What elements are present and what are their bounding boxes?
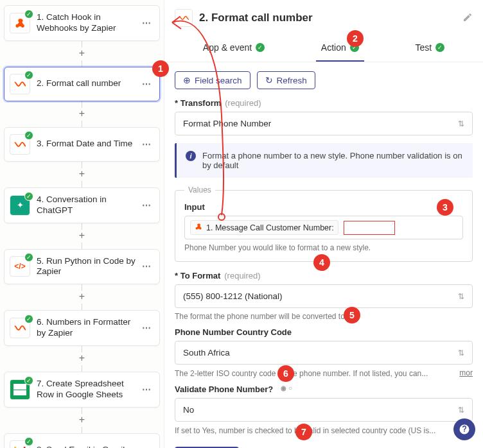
- to-format-hint: The format the phone number will be conv…: [175, 312, 473, 321]
- tab-label: Test: [415, 42, 432, 53]
- validate-select[interactable]: No ⇅: [175, 398, 473, 422]
- chevron-updown-icon: ⇅: [458, 406, 464, 415]
- step-1-catch-hook[interactable]: ✓ 1. Catch Hook in Webhooks by Zapier ⋯: [4, 5, 160, 41]
- input-label: Input: [184, 202, 463, 212]
- formatter-icon: [177, 12, 190, 24]
- formatter-icon: [13, 322, 26, 334]
- country-hint: The 2-letter ISO country code of the pho…: [175, 369, 428, 378]
- add-step-button[interactable]: +: [76, 230, 89, 243]
- values-legend: Values: [184, 185, 215, 194]
- formatter-icon: [13, 78, 26, 90]
- tab-test[interactable]: Test ✓: [410, 39, 450, 62]
- step-8-gmail[interactable]: ✓ 8. Send Email in Gmail ⋯: [4, 433, 160, 448]
- add-step-button[interactable]: +: [76, 291, 89, 304]
- rename-button[interactable]: [462, 12, 473, 24]
- step-icon-formatter: ✓: [10, 74, 30, 94]
- check-icon: ✓: [24, 71, 33, 80]
- button-label: Refresh: [277, 76, 307, 85]
- step-menu-button[interactable]: ⋯: [139, 382, 154, 397]
- step-4-chatgpt[interactable]: ✦ ✓ 4. Conversation in ChatGPT ⋯: [4, 187, 160, 223]
- annotation-badge-3: 3: [437, 199, 453, 216]
- select-value: (555) 800-1212 (National): [183, 291, 283, 301]
- step-menu-button[interactable]: ⋯: [139, 198, 154, 213]
- step-icon-sheets: ✓: [10, 379, 30, 400]
- check-icon: ✓: [24, 437, 33, 446]
- check-icon: ✓: [24, 314, 33, 323]
- annotation-badge-5: 5: [344, 307, 360, 323]
- step-menu-button[interactable]: ⋯: [139, 15, 154, 31]
- select-value: Format Phone Number: [183, 119, 271, 128]
- code-icon: </>: [13, 260, 26, 273]
- step-icon-code: </> ✓: [10, 256, 30, 277]
- annotation-badge-1: 1: [152, 60, 169, 77]
- annotation-input-highlight: [344, 221, 395, 235]
- workflow-steps-sidebar: ✓ 1. Catch Hook in Webhooks by Zapier ⋯ …: [0, 0, 164, 448]
- to-format-select[interactable]: (555) 800-1212 (National) ⇅: [175, 284, 473, 308]
- validate-radio-group[interactable]: ◉ ○: [281, 384, 292, 394]
- check-icon: ✓: [24, 192, 33, 201]
- check-icon: ✓: [24, 10, 33, 19]
- step-5-run-python[interactable]: </> ✓ 5. Run Python in Code by Zapier ⋯: [4, 249, 160, 285]
- tab-label: Action: [321, 42, 346, 53]
- check-icon: ✓: [24, 376, 33, 385]
- step-label: 6. Numbers in Formatter by Zapier: [37, 317, 139, 339]
- step-7-google-sheets[interactable]: ✓ 7. Create Spreadsheet Row in Google Sh…: [4, 372, 160, 408]
- input-token[interactable]: 1. Message Call Customer Number:: [190, 220, 338, 235]
- help-fab-button[interactable]: [453, 418, 475, 440]
- add-step-button[interactable]: +: [76, 47, 89, 60]
- values-fieldset: Values Input 1. Message Call Customer Nu…: [175, 185, 473, 262]
- step-menu-button[interactable]: ⋯: [139, 137, 154, 152]
- annotation-badge-6: 6: [277, 365, 294, 382]
- annotation-badge-2: 2: [347, 30, 364, 47]
- tab-app-event[interactable]: App & event ✓: [198, 39, 270, 62]
- more-link[interactable]: mor: [459, 368, 473, 377]
- refresh-icon: ↻: [265, 75, 273, 85]
- info-icon: i: [186, 151, 196, 161]
- check-icon: ✓: [24, 131, 33, 140]
- refresh-button[interactable]: ↻ Refresh: [257, 71, 315, 89]
- formatter-icon: [13, 138, 26, 151]
- step-menu-button[interactable]: ⋯: [139, 443, 154, 448]
- step-icon-formatter: ✓: [10, 318, 30, 338]
- step-3-format-date-time[interactable]: ✓ 3. Format Date and Time ⋯: [4, 127, 160, 162]
- country-code-label: Phone Number Country Code: [175, 327, 473, 337]
- chevron-updown-icon: ⇅: [458, 292, 464, 301]
- token-label: 1. Message Call Customer Number:: [206, 223, 334, 232]
- step-icon-gmail: ✓: [10, 440, 30, 448]
- select-value: South Africa: [183, 348, 230, 358]
- check-icon: ✓: [256, 43, 265, 52]
- country-code-select[interactable]: South Africa ⇅: [175, 341, 473, 365]
- input-field[interactable]: 1. Message Call Customer Number:: [184, 216, 463, 239]
- check-icon: ✓: [435, 43, 444, 52]
- input-hint: Phone Number you would like to format to…: [184, 243, 463, 252]
- step-label: 5. Run Python in Code by Zapier: [37, 256, 139, 278]
- step-menu-button[interactable]: ⋯: [139, 76, 154, 92]
- step-6-numbers-formatter[interactable]: ✓ 6. Numbers in Formatter by Zapier ⋯: [4, 310, 160, 346]
- step-label: 4. Conversation in ChatGPT: [37, 194, 139, 216]
- add-step-button[interactable]: +: [76, 108, 89, 121]
- add-step-button[interactable]: +: [76, 352, 89, 365]
- step-icon-formatter: ✓: [10, 134, 30, 155]
- step-2-format-call-number[interactable]: ✓ 2. Format call number ⋯: [4, 67, 160, 101]
- add-step-button[interactable]: +: [76, 168, 89, 181]
- step-label: 2. Format call number: [37, 78, 139, 89]
- validate-label: Validate Phone Number? ◉ ○: [175, 384, 473, 394]
- step-menu-button[interactable]: ⋯: [139, 320, 154, 336]
- add-step-button[interactable]: +: [76, 414, 89, 427]
- tab-label: App & event: [203, 42, 252, 53]
- step-menu-button[interactable]: ⋯: [139, 259, 154, 274]
- chevron-updown-icon: ⇅: [458, 119, 464, 128]
- step-label: 3. Format Date and Time: [37, 139, 139, 150]
- step-icon-webhooks: ✓: [10, 13, 30, 33]
- webhook-icon: [13, 17, 26, 30]
- select-value: No: [183, 405, 194, 415]
- transform-label: Transform (required): [175, 98, 473, 108]
- to-format-label: To Format (required): [175, 271, 473, 280]
- transform-select[interactable]: Format Phone Number ⇅: [175, 112, 473, 135]
- button-label: Field search: [195, 76, 242, 85]
- annotation-badge-4: 4: [313, 254, 330, 271]
- target-icon: ⊕: [183, 75, 191, 85]
- field-search-button[interactable]: ⊕ Field search: [175, 71, 250, 89]
- check-icon: ✓: [24, 253, 33, 262]
- chevron-updown-icon: ⇅: [458, 349, 464, 358]
